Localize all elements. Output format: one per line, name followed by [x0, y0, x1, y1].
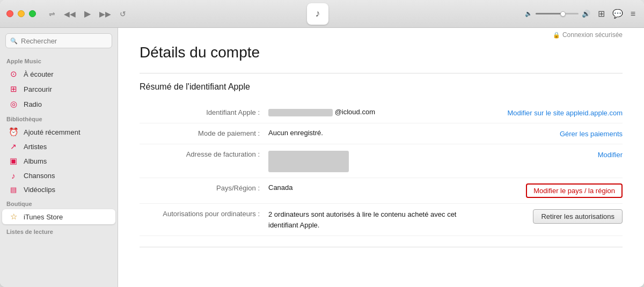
radio-icon: ◎ — [9, 99, 18, 109]
link-appleid[interactable]: Modifier sur le site appleid.apple.com — [507, 109, 623, 117]
a-ecouter-icon: ⊙ — [9, 69, 18, 79]
blurred-email — [268, 109, 333, 116]
secure-connection-label: Connexion sécurisée — [562, 31, 623, 39]
volume-fill — [536, 13, 561, 14]
section-label-boutique: Boutique — [0, 196, 118, 209]
sidebar-item-a-ecouter[interactable]: ⊙ À écouter — [2, 67, 115, 82]
sidebar-item-label: Radio — [24, 100, 42, 108]
sidebar-item-label: Artistes — [24, 143, 47, 151]
value-paiement: Aucun enregistré. — [268, 129, 472, 137]
sidebar-item-ajoute-recemment[interactable]: ⏰ Ajouté récemment — [2, 124, 115, 139]
value-pays: Canada — [268, 183, 472, 192]
label-autorisations: Autorisations pour ordinateurs : — [140, 209, 268, 218]
volume-track[interactable] — [536, 13, 579, 14]
titlebar-right: 🔈 🔊 ⊞ 💬 ≡ — [525, 9, 635, 19]
sidebar-item-radio[interactable]: ◎ Radio — [2, 97, 115, 112]
menu-icon[interactable]: ≡ — [631, 9, 635, 19]
lock-icon: 🔒 — [553, 32, 560, 39]
blurred-address — [268, 151, 349, 172]
sidebar-item-artistes[interactable]: ↗ Artistes — [2, 139, 115, 153]
action-pays: Modifier le pays / la région — [472, 183, 623, 198]
sidebar-item-itunes-store[interactable]: ☆ iTunes Store — [2, 209, 115, 224]
videoclips-icon: ▤ — [9, 186, 18, 194]
artistes-icon: ↗ — [9, 142, 18, 151]
label-adresse: Adresse de facturation : — [140, 150, 268, 158]
row-pays: Pays/Région : Canada Modifier le pays / … — [140, 178, 623, 204]
volume-high-icon: 🔊 — [582, 10, 590, 18]
itunes-store-icon: ☆ — [9, 212, 18, 222]
section-label-listes: Listes de lecture — [0, 224, 118, 237]
minimize-button[interactable] — [18, 10, 25, 17]
search-container: 🔍 — [0, 28, 118, 54]
sidebar-item-label: Chansons — [24, 172, 55, 180]
traffic-lights — [6, 10, 36, 17]
sidebar-item-albums[interactable]: ▣ Albums — [2, 153, 115, 168]
action-autorisations: Retirer les autorisations — [472, 209, 623, 224]
label-identifiant: Identifiant Apple : — [140, 108, 268, 116]
ajoute-recemment-icon: ⏰ — [9, 127, 18, 137]
airplay-icon[interactable]: ⊞ — [598, 9, 605, 19]
top-divider — [140, 73, 623, 73]
music-note-icon: ♪ — [316, 8, 320, 19]
sidebar-item-label: Vidéoclips — [24, 186, 55, 194]
content-area: Détails du compte 🔒 Connexion sécurisée … — [118, 28, 644, 287]
action-adresse: Modifier — [472, 150, 623, 159]
link-modifier-adresse[interactable]: Modifier — [598, 151, 623, 159]
label-paiement: Mode de paiement : — [140, 129, 268, 137]
section-label-bibliotheque: Bibliothèque — [0, 112, 118, 124]
value-adresse — [268, 150, 472, 172]
volume-control[interactable]: 🔈 🔊 — [525, 10, 590, 18]
playback-controls: ⇌ ◀◀ ▶ ▶▶ ↺ — [49, 9, 126, 19]
repeat-button[interactable]: ↺ — [120, 10, 126, 18]
app-window: ⇌ ◀◀ ▶ ▶▶ ↺ ♪ 🔈 🔊 ⊞ 💬 ≡ — [0, 0, 644, 287]
play-button[interactable]: ▶ — [84, 9, 91, 19]
modify-country-button[interactable]: Modifier le pays / la région — [526, 183, 623, 198]
row-adresse: Adresse de facturation : Modifier — [140, 144, 623, 178]
section-title: Résumé de l'identifiant Apple — [140, 82, 623, 92]
section-label-apple-music: Apple Music — [0, 54, 118, 67]
sidebar-item-videoclips[interactable]: ▤ Vidéoclips — [2, 183, 115, 196]
prev-button[interactable]: ◀◀ — [64, 10, 76, 18]
search-icon: 🔍 — [10, 38, 18, 45]
secure-connection: 🔒 Connexion sécurisée — [553, 31, 623, 39]
sidebar-item-label: iTunes Store — [24, 213, 63, 221]
close-button[interactable] — [6, 10, 13, 17]
autorisations-text: 2 ordinateurs sont autorisés à lire le c… — [268, 210, 457, 229]
main-layout: 🔍 Apple Music ⊙ À écouter ⊞ Parcourir ◎ … — [0, 28, 644, 287]
sidebar: 🔍 Apple Music ⊙ À écouter ⊞ Parcourir ◎ … — [0, 28, 118, 287]
titlebar: ⇌ ◀◀ ▶ ▶▶ ↺ ♪ 🔈 🔊 ⊞ 💬 ≡ — [0, 0, 644, 28]
volume-low-icon: 🔈 — [525, 10, 532, 17]
sidebar-item-label: Ajouté récemment — [24, 128, 80, 136]
bottom-divider — [140, 247, 623, 247]
search-input[interactable] — [21, 37, 107, 45]
value-identifiant: @icloud.com — [268, 108, 472, 116]
action-identifiant: Modifier sur le site appleid.apple.com — [472, 108, 623, 117]
maximize-button[interactable] — [29, 10, 36, 17]
volume-thumb[interactable] — [560, 11, 566, 17]
row-identifiant: Identifiant Apple : @icloud.com Modifier… — [140, 102, 623, 123]
sidebar-item-parcourir[interactable]: ⊞ Parcourir — [2, 82, 115, 97]
parcourir-icon: ⊞ — [9, 84, 18, 94]
retirer-autorisations-button[interactable]: Retirer les autorisations — [533, 209, 623, 224]
sidebar-item-chansons[interactable]: ♪ Chansons — [2, 168, 115, 183]
captions-icon[interactable]: 💬 — [612, 9, 623, 19]
sidebar-item-label: Parcourir — [24, 85, 52, 93]
page-title: Détails du compte — [140, 44, 260, 61]
shuffle-button[interactable]: ⇌ — [49, 10, 55, 18]
row-paiement: Mode de paiement : Aucun enregistré. Gér… — [140, 123, 623, 144]
action-paiement: Gérer les paiements — [472, 129, 623, 138]
music-note-button[interactable]: ♪ — [307, 3, 328, 25]
sidebar-item-label: À écouter — [24, 70, 54, 78]
albums-icon: ▣ — [9, 156, 18, 166]
search-box[interactable]: 🔍 — [5, 33, 112, 48]
email-suffix: @icloud.com — [335, 108, 375, 116]
next-button[interactable]: ▶▶ — [99, 10, 111, 18]
titlebar-center: ♪ — [307, 3, 337, 25]
chansons-icon: ♪ — [9, 171, 18, 180]
value-autorisations: 2 ordinateurs sont autorisés à lire le c… — [268, 209, 472, 230]
sidebar-item-label: Albums — [24, 157, 47, 165]
row-autorisations: Autorisations pour ordinateurs : 2 ordin… — [140, 204, 623, 236]
label-pays: Pays/Région : — [140, 183, 268, 192]
link-paiements[interactable]: Gérer les paiements — [560, 130, 623, 138]
